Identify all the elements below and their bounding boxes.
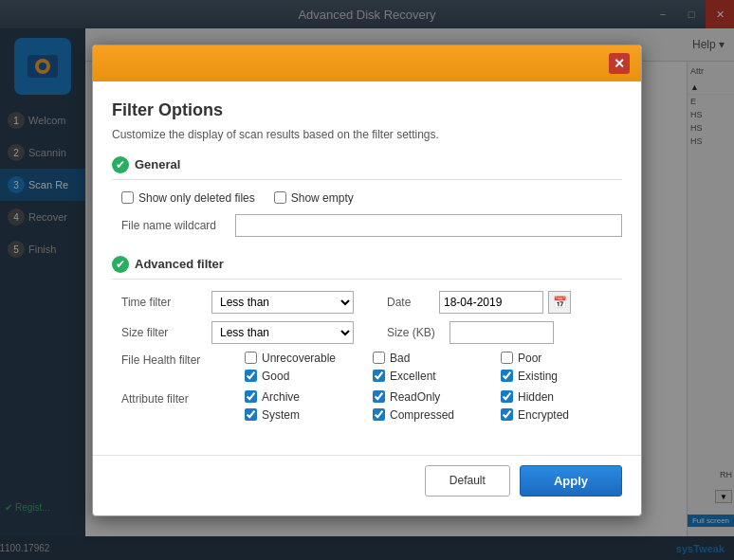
advanced-filter-section: ✔ Advanced filter Time filter Less than …: [112, 256, 622, 422]
modal-body: Filter Options Customize the display of …: [93, 81, 641, 455]
attr-hidden-label[interactable]: Hidden: [501, 390, 624, 404]
date-label: Date: [387, 296, 425, 309]
general-section-title: General: [135, 157, 180, 172]
size-filter-row: Size filter Less than Greater than Equal…: [112, 321, 622, 344]
attr-archive-text: Archive: [262, 390, 300, 404]
default-button[interactable]: Default: [425, 465, 510, 497]
time-filter-row: Time filter Less than Greater than Equal…: [112, 291, 622, 314]
health-unrecoverable-label[interactable]: Unrecoverable: [245, 352, 368, 365]
health-checkboxes-grid: Unrecoverable Bad Poor Good: [245, 352, 624, 383]
health-good-text: Good: [262, 370, 289, 383]
general-checkboxes-row: Show only deleted files Show empty: [112, 191, 622, 205]
attr-hidden-text: Hidden: [518, 390, 554, 404]
filter-options-title: Filter Options: [112, 100, 622, 120]
show-deleted-checkbox-label[interactable]: Show only deleted files: [121, 191, 255, 205]
health-poor-checkbox[interactable]: [501, 352, 513, 364]
attr-compressed-text: Compressed: [390, 408, 454, 422]
attr-encrypted-label[interactable]: Encrypted: [501, 408, 624, 422]
attr-system-label[interactable]: System: [245, 408, 368, 422]
attribute-filter-row: Attribute filter Archive ReadOnly Hid: [112, 390, 622, 422]
attr-encrypted-checkbox[interactable]: [501, 408, 513, 421]
attr-readonly-checkbox[interactable]: [373, 390, 385, 403]
attr-compressed-label[interactable]: Compressed: [373, 408, 496, 422]
health-good-checkbox[interactable]: [245, 370, 257, 382]
modal-overlay: ✕ Filter Options Customize the display o…: [0, 0, 734, 560]
general-section-header: ✔ General: [112, 156, 622, 180]
health-good-label[interactable]: Good: [245, 370, 368, 383]
attribute-checkboxes-grid: Archive ReadOnly Hidden System: [245, 390, 624, 422]
attr-archive-label[interactable]: Archive: [245, 390, 368, 404]
attr-system-text: System: [262, 408, 300, 422]
show-deleted-label: Show only deleted files: [138, 191, 255, 205]
attr-readonly-text: ReadOnly: [390, 390, 440, 404]
modal-titlebar: ✕: [93, 45, 641, 81]
date-input-row: 📅: [439, 291, 571, 314]
file-name-wildcard-label: File name wildcard: [121, 219, 226, 232]
size-kb-label: Size (KB): [387, 326, 435, 339]
health-existing-checkbox[interactable]: [501, 370, 513, 382]
advanced-section-header: ✔ Advanced filter: [112, 256, 622, 280]
modal-close-button[interactable]: ✕: [609, 53, 630, 74]
show-empty-label: Show empty: [291, 191, 354, 205]
attr-compressed-checkbox[interactable]: [373, 408, 385, 421]
health-excellent-text: Excellent: [390, 370, 436, 383]
show-deleted-checkbox[interactable]: [121, 191, 134, 204]
file-health-label: File Health filter: [121, 352, 235, 367]
attr-encrypted-text: Encrypted: [518, 408, 569, 422]
health-unrecoverable-checkbox[interactable]: [245, 352, 257, 364]
advanced-check-icon: ✔: [112, 256, 129, 273]
file-name-wildcard-input[interactable]: [235, 214, 622, 237]
size-filter-select[interactable]: Less than Greater than Equal to: [211, 321, 354, 344]
advanced-section-title: Advanced filter: [135, 257, 224, 271]
attr-hidden-checkbox[interactable]: [501, 390, 513, 403]
date-picker-button[interactable]: 📅: [548, 291, 571, 314]
health-excellent-checkbox[interactable]: [373, 370, 385, 382]
attr-system-checkbox[interactable]: [245, 408, 257, 421]
modal-footer: Default Apply: [93, 455, 641, 515]
health-existing-text: Existing: [518, 370, 558, 383]
health-bad-text: Bad: [390, 352, 410, 365]
file-name-wildcard-row: File name wildcard: [112, 214, 622, 237]
health-excellent-label[interactable]: Excellent: [373, 370, 496, 383]
show-empty-checkbox[interactable]: [274, 191, 286, 204]
attr-archive-checkbox[interactable]: [245, 390, 257, 403]
attribute-filter-label: Attribute filter: [121, 390, 235, 406]
general-check-icon: ✔: [112, 156, 129, 173]
size-kb-input[interactable]: [450, 321, 554, 344]
health-bad-checkbox[interactable]: [373, 352, 385, 364]
health-poor-text: Poor: [518, 352, 541, 365]
file-health-filter-row: File Health filter Unrecoverable Bad: [112, 352, 622, 383]
show-empty-checkbox-label[interactable]: Show empty: [274, 191, 354, 205]
apply-button[interactable]: Apply: [520, 465, 622, 497]
date-input[interactable]: [439, 291, 543, 314]
attr-readonly-label[interactable]: ReadOnly: [373, 390, 496, 404]
health-existing-label[interactable]: Existing: [501, 370, 624, 383]
filter-options-description: Customize the display of scan results ba…: [112, 128, 622, 141]
health-poor-label[interactable]: Poor: [501, 352, 624, 365]
filter-options-modal: ✕ Filter Options Customize the display o…: [92, 45, 642, 516]
health-unrecoverable-text: Unrecoverable: [262, 352, 336, 365]
time-filter-label: Time filter: [121, 296, 197, 309]
size-filter-label: Size filter: [121, 326, 197, 339]
time-filter-select[interactable]: Less than Greater than Equal to: [211, 291, 354, 314]
general-section: ✔ General Show only deleted files Show e…: [112, 156, 622, 237]
health-bad-label[interactable]: Bad: [373, 352, 496, 365]
